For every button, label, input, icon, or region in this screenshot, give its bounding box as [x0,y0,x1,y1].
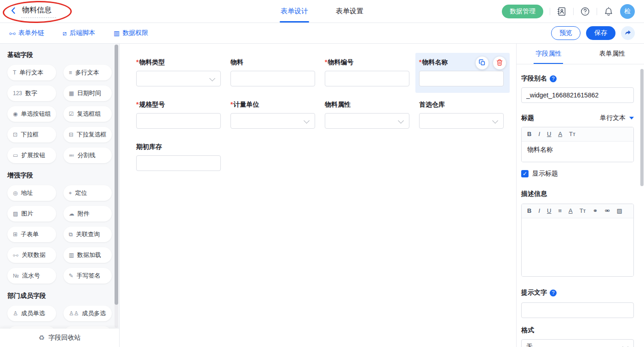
field-control[interactable] [136,71,221,86]
palette-item-dropdown[interactable]: ⊡ 下拉框 [7,127,56,142]
preview-button[interactable]: 预览 [551,26,581,40]
editor-btn-font-color[interactable]: A [569,207,573,215]
editor-btn-italic[interactable]: I [538,207,540,215]
recycle-icon: ♻ [39,334,45,342]
tab-form-design[interactable]: 表单设计 [280,0,309,23]
field-control[interactable] [325,113,409,129]
field-control[interactable] [419,113,504,129]
form-field-preferred-warehouse[interactable]: *首选仓库 [415,95,510,135]
palette-item-checkbox-group[interactable]: ☑ 复选框组 [63,106,112,122]
form-field-material-name[interactable]: *物料名称 [415,53,510,93]
palette-item-member-single[interactable]: ♙ 成员单选 [7,306,56,321]
palette-item-multi-dropdown[interactable]: ⊟ 下拉复选框 [63,127,112,142]
form-title[interactable]: 物料信息 [21,5,56,18]
tab-form-properties[interactable]: 表单属性 [581,44,644,64]
toolbar-link-backend-script[interactable]: ⧄ 后端脚本 [63,29,95,37]
form-field-measure-unit[interactable]: *计量单位 [227,95,321,135]
palette-item-radio-group[interactable]: ◉ 单选按钮组 [7,106,56,122]
palette-item-signature[interactable]: ✎ 手写签名 [63,268,112,284]
field-control[interactable] [230,71,315,86]
palette-item-linked-query[interactable]: ⧉ 关联查询 [63,227,112,242]
form-canvas[interactable]: *物料类型 *物料 *物料编号 *物料名称 [120,44,516,347]
field-control[interactable] [325,71,409,86]
toolbar-link-form-external-link[interactable]: ⧟ 表单外链 [9,29,44,37]
description-editor-content[interactable] [522,218,633,276]
palette-item-single-line-text[interactable]: T 单行文本 [7,65,56,80]
editor-btn-link[interactable]: ⚭ [593,207,598,215]
palette-item-label: 成员单选 [21,309,45,318]
editor-btn-unlink[interactable]: ⚮ [604,207,610,215]
editor-btn-underline[interactable]: U [547,131,551,138]
palette-item-address[interactable]: ◎ 地址 [7,185,56,201]
editor-btn-font-color[interactable]: A [558,131,562,138]
palette-item-icon: ♙ [13,310,18,317]
tab-field-properties[interactable]: 字段属性 [517,44,581,64]
share-button[interactable] [621,26,635,40]
palette-item-location[interactable]: ⌖ 定位 [63,185,112,201]
trash-icon [496,59,503,68]
field-alias-input[interactable] [521,87,634,103]
palette-item-subform[interactable]: ⊞ 子表单 [7,227,56,242]
alias-help-icon[interactable]: ? [550,75,557,82]
back-button[interactable] [9,6,17,16]
delete-field-button[interactable] [493,57,506,69]
editor-btn-bold[interactable]: B [527,207,531,215]
field-recycle-bin[interactable]: ♻ 字段回收站 [0,329,119,347]
palette-item-linked-data[interactable]: ⧟ 关联数据 [7,247,56,263]
palette-item-icon: ≡ [69,69,72,76]
field-alias-label-text: 字段别名 [521,74,547,83]
form-field-material-attr[interactable]: *物料属性 [321,95,415,135]
data-manage-button[interactable]: 数据管理 [502,5,543,18]
field-type-value: 单行文本 [600,114,626,122]
palette-item-attachment[interactable]: ☁ 附件 [63,206,112,222]
show-title-checkbox[interactable] [521,170,529,177]
format-select[interactable]: 无 [521,339,634,347]
palette-item-multi-line-text[interactable]: ≡ 多行文本 [63,65,112,80]
palette-item-serial-number[interactable]: № 流水号 [7,268,56,284]
field-label-text: 规格型号 [139,101,165,108]
editor-btn-bold[interactable]: B [527,131,531,138]
title-editor-content[interactable]: 物料名称 [522,142,633,162]
field-control[interactable] [136,155,221,171]
bell-icon[interactable] [604,6,614,17]
palette-item-data-load[interactable]: ▥ 数据加载 [63,247,112,263]
editor-btn-underline[interactable]: U [547,207,551,215]
form-field-material-type[interactable]: *物料类型 [132,53,227,93]
palette-item-number[interactable]: 123 数字 [7,85,56,101]
title-editor: BIUATᴛ 物料名称 [521,127,634,162]
editor-btn-insert-image[interactable]: ▨ [616,207,622,215]
hint-input[interactable] [521,302,634,318]
field-control[interactable] [136,113,221,129]
palette-item-image[interactable]: ▨ 图片 [7,206,56,222]
palette-item-icon: ▨ [13,210,18,217]
form-field-opening-stock[interactable]: *期初库存 [132,137,227,177]
editor-btn-font-size[interactable]: Tᴛ [569,131,575,138]
editor-btn-align[interactable]: ≡ [558,207,562,215]
palette-item-datetime[interactable]: ▦ 日期时间 [63,85,112,101]
tab-form-settings[interactable]: 表单设置 [335,0,364,23]
sidebar-scrollbar-thumb[interactable] [115,45,118,305]
save-button[interactable]: 保存 [586,26,615,40]
editor-btn-italic[interactable]: I [538,131,540,138]
palette-item-icon: ▥ [69,252,74,258]
hint-help-icon[interactable]: ? [550,290,557,296]
palette-item-extend-button[interactable]: ▭ 扩展按钮 [7,148,56,163]
palette-item-icon: ✎ [69,273,74,279]
form-field-material[interactable]: *物料 [227,53,321,93]
help-icon[interactable] [580,6,590,17]
field-control[interactable] [230,113,315,129]
palette-item-divider[interactable]: ≕ 分割线 [63,148,112,163]
palette-section: 增强字段 ◎ 地址 ⌖ 定位 ▨ 图片 ☁ 附件 ⊞ 子表单 ⧉ 关联查询 ⧟ … [7,171,112,284]
field-type-select[interactable]: 单行文本 [600,114,634,122]
form-field-material-code[interactable]: *物料编号 [321,53,415,93]
copy-field-button[interactable] [476,57,489,69]
palette-item-member-multi[interactable]: ♙♙ 成员多选 [63,306,112,321]
panel-scrollbar-thumb[interactable] [640,69,644,186]
form-field-spec-model[interactable]: *规格型号 [132,95,227,135]
toolbar-link-data-permission[interactable]: ▥ 数据权限 [114,29,148,37]
user-avatar[interactable]: 检 [620,4,635,19]
contacts-icon[interactable] [557,6,567,17]
editor-btn-font-size[interactable]: Tᴛ [580,207,586,215]
field-control[interactable] [419,71,504,86]
field-label-text: 计量单位 [233,101,259,108]
